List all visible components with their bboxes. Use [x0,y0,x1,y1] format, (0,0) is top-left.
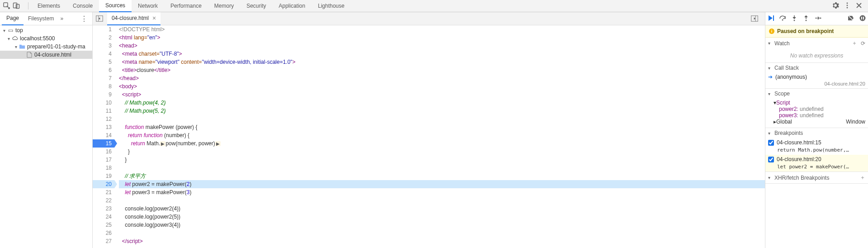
main-tab-application[interactable]: Application [273,0,312,12]
line-number[interactable]: 17 [93,156,114,164]
more-tabs-icon[interactable]: » [60,15,63,22]
navigator-menu-icon[interactable]: ⋮ [78,14,90,23]
code-line[interactable]: } [119,148,765,156]
code-line[interactable]: let power3 = makePower(3) [119,188,765,196]
main-tab-performance[interactable]: Performance [164,0,208,12]
line-number[interactable]: 23 [93,205,114,213]
scope-header[interactable]: ▾Scope [765,89,868,99]
code-line[interactable]: // 求平方 [119,172,765,180]
inspect-element-icon[interactable] [3,2,10,10]
add-xhr-icon[interactable]: ＋ [860,174,865,181]
main-tab-elements[interactable]: Elements [31,0,66,12]
scope-var[interactable]: power2: undefined [774,106,865,112]
editor-tab[interactable]: 04-closure.html × [107,12,160,25]
line-number[interactable]: 21 [93,188,114,196]
code-line[interactable]: <html lang="en"> [119,33,765,42]
line-number[interactable]: 15 [93,139,114,148]
main-tab-network[interactable]: Network [132,0,164,12]
show-navigator-icon[interactable] [95,14,104,23]
main-tab-memory[interactable]: Memory [208,0,240,12]
main-tab-sources[interactable]: Sources [99,0,132,12]
main-tab-console[interactable]: Console [66,0,99,12]
line-number[interactable]: 7 [93,74,114,82]
line-number[interactable]: 14 [93,131,114,139]
code-line[interactable]: <meta charset="UTF-8"> [119,50,765,58]
step-into-icon[interactable] [791,14,798,23]
refresh-watch-icon[interactable]: ⟳ [861,40,865,47]
code-line[interactable]: // Math.pow(5, 2) [119,107,765,115]
breakpoints-header[interactable]: ▾Breakpoints [765,128,868,138]
close-devtools-icon[interactable] [855,2,863,10]
code-line[interactable]: </head> [119,74,765,82]
line-number[interactable]: 16 [93,148,114,156]
resume-icon[interactable] [767,14,774,23]
watch-header[interactable]: ▾Watch＋⟳ [765,38,868,49]
code-line[interactable]: } [119,156,765,164]
tree-folder[interactable]: ▾prepare/01-01-study-ma [0,43,92,51]
line-number[interactable]: 12 [93,115,114,123]
code-line[interactable]: console.log(power2(5)) [119,213,765,221]
tree-file[interactable]: 04-closure.html [0,51,92,59]
line-number[interactable]: 20 [93,180,114,188]
settings-gear-icon[interactable] [832,2,839,10]
line-number[interactable]: 3 [93,42,114,50]
code-editor[interactable]: 1234567891011121314151617181920212223242… [93,25,765,248]
pause-exceptions-icon[interactable] [859,14,866,23]
close-tab-icon[interactable]: × [152,14,156,22]
line-number[interactable]: 1 [93,25,114,33]
code-line[interactable] [119,196,765,205]
scope-script[interactable]: ▾Script [774,100,865,106]
line-number[interactable]: 11 [93,107,114,115]
breakpoint-checkbox[interactable] [768,140,774,146]
callstack-header[interactable]: ▾Call Stack [765,63,868,73]
line-number[interactable]: 19 [93,172,114,180]
step-out-icon[interactable] [802,14,810,23]
line-number[interactable]: 4 [93,50,114,58]
code-line[interactable]: // Math.pow(4, 2) [119,99,765,107]
show-debugger-icon[interactable] [750,14,759,23]
line-number[interactable]: 26 [93,229,114,237]
code-line[interactable]: <head> [119,42,765,50]
code-line[interactable]: return Math.▶pow(number, power)▶ [119,139,765,148]
code-line[interactable]: <body> [119,82,765,91]
breakpoint-checkbox[interactable] [768,157,774,162]
code-line[interactable]: function makePower (power) { [119,123,765,131]
add-watch-icon[interactable]: ＋ [852,39,857,47]
tree-origin[interactable]: ▾localhost:5500 [0,34,92,43]
line-number[interactable]: 27 [93,237,114,245]
line-number[interactable]: 22 [93,196,114,205]
line-number[interactable]: 10 [93,99,114,107]
scope-global[interactable]: ▸GlobalWindow [774,119,865,125]
code-line[interactable]: </script> [119,237,765,245]
line-number[interactable]: 18 [93,164,114,172]
code-line[interactable]: <meta name="viewport" content="width=dev… [119,58,765,66]
line-number[interactable]: 13 [93,123,114,131]
stack-frame[interactable]: ➔(anonymous) [765,73,868,81]
scope-var[interactable]: power3: undefined [774,112,865,119]
line-number[interactable]: 24 [93,213,114,221]
code-line[interactable]: <script> [119,91,765,99]
line-number[interactable]: 2 [93,33,114,42]
device-toolbar-icon[interactable] [13,2,20,10]
step-over-icon[interactable] [779,14,786,23]
code-line[interactable]: console.log(power2(4)) [119,205,765,213]
code-line[interactable]: <title>closure</title> [119,66,765,74]
line-number[interactable]: 6 [93,66,114,74]
main-tab-lighthouse[interactable]: Lighthouse [311,0,351,12]
code-line[interactable]: <!DOCTYPE html> [119,25,765,33]
main-tab-security[interactable]: Security [240,0,272,12]
deactivate-breakpoints-icon[interactable] [847,14,854,23]
breakpoint-item[interactable]: 04-closure.html:20 [765,155,868,164]
xhr-header[interactable]: ▾XHR/fetch Breakpoints＋ [765,172,868,183]
code-line[interactable]: return function (number) { [119,131,765,139]
line-number[interactable]: 9 [93,91,114,99]
step-icon[interactable] [814,14,821,23]
line-number[interactable]: 25 [93,221,114,229]
line-number[interactable]: 5 [93,58,114,66]
nav-tab-filesystem[interactable]: Filesystem [24,12,58,25]
code-line[interactable]: console.log(power3(4)) [119,221,765,229]
breakpoint-item[interactable]: 04-closure.html:15 [765,138,868,147]
nav-tab-page[interactable]: Page [2,12,24,25]
code-line[interactable] [119,164,765,172]
code-line[interactable] [119,229,765,237]
